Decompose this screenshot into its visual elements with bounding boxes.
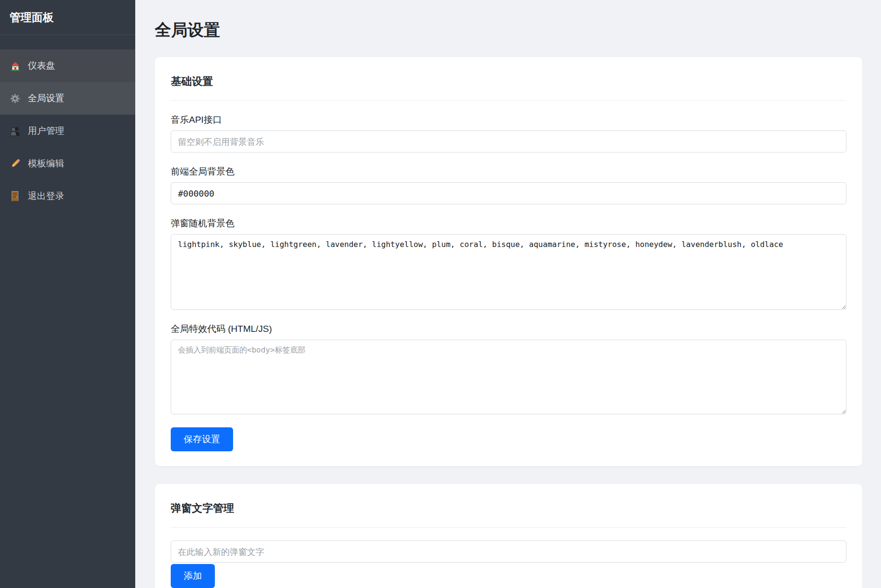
basic-settings-card: 基础设置 音乐API接口 前端全局背景色 弹窗随机背景色 lightpink, … (155, 57, 862, 466)
sidebar-item-label: 用户管理 (28, 125, 64, 137)
sidebar-item-dashboard[interactable]: 仪表盘 (0, 49, 135, 82)
door-icon (10, 191, 21, 202)
save-settings-button[interactable]: 保存设置 (171, 427, 233, 451)
sidebar-item-label: 模板编辑 (28, 157, 64, 170)
main-content: 全局设置 基础设置 音乐API接口 前端全局背景色 弹窗随机背景色 lightp… (135, 0, 881, 588)
sidebar: 管理面板 仪表盘 (0, 0, 135, 588)
sidebar-nav: 仪表盘 全局设置 (0, 49, 135, 212)
music-api-group: 音乐API接口 (171, 114, 846, 153)
basic-settings-heading: 基础设置 (171, 74, 846, 101)
pencil-icon (10, 158, 21, 169)
popup-random-bg-colors-label: 弹窗随机背景色 (171, 217, 846, 230)
music-api-label: 音乐API接口 (171, 114, 846, 126)
sidebar-item-label: 仪表盘 (28, 59, 55, 72)
popup-text-input[interactable] (171, 541, 846, 563)
add-button[interactable]: 添加 (171, 564, 215, 588)
page-title: 全局设置 (155, 19, 862, 41)
frontend-bg-color-label: 前端全局背景色 (171, 165, 846, 178)
sidebar-item-logout[interactable]: 退出登录 (0, 180, 135, 212)
popup-text-input-group: 添加 (171, 541, 846, 588)
frontend-bg-color-group: 前端全局背景色 (171, 165, 846, 204)
frontend-bg-color-input[interactable] (171, 182, 846, 204)
global-effect-code-textarea[interactable] (171, 340, 846, 414)
gear-icon (10, 93, 21, 104)
popup-random-bg-colors-textarea[interactable]: lightpink, skyblue, lightgreen, lavender… (171, 234, 846, 310)
popup-text-heading: 弹窗文字管理 (171, 501, 846, 528)
sidebar-item-template-edit[interactable]: 模板编辑 (0, 147, 135, 180)
sidebar-item-label: 全局设置 (28, 92, 64, 105)
global-effect-code-group: 全局特效代码 (HTML/JS) (171, 323, 846, 414)
sidebar-title: 管理面板 (0, 0, 135, 35)
sidebar-item-user-management[interactable]: 用户管理 (0, 115, 135, 147)
home-icon (10, 60, 21, 71)
music-api-input[interactable] (171, 130, 846, 153)
sidebar-item-global-settings[interactable]: 全局设置 (0, 82, 135, 115)
global-effect-code-label: 全局特效代码 (HTML/JS) (171, 323, 846, 335)
popup-random-bg-colors-group: 弹窗随机背景色 lightpink, skyblue, lightgreen, … (171, 217, 846, 310)
sidebar-item-label: 退出登录 (28, 190, 64, 202)
users-icon (10, 126, 21, 137)
popup-text-card: 弹窗文字管理 添加 (155, 484, 862, 588)
